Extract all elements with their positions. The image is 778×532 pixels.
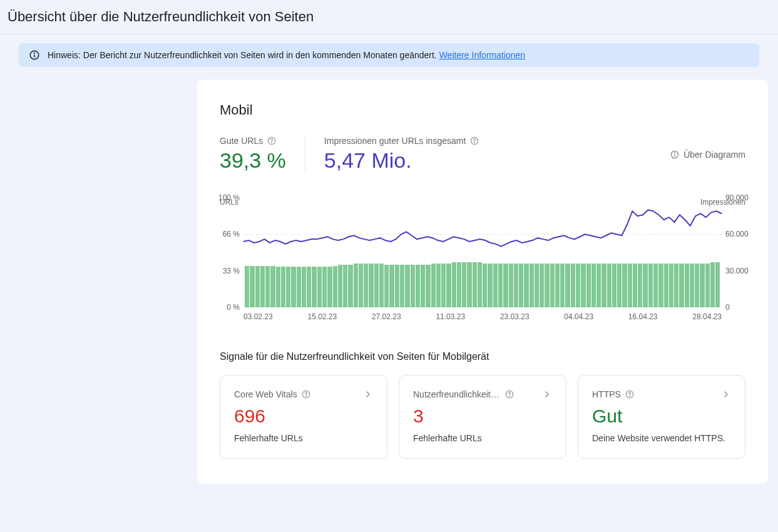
kpi-impressions-label: Impressionen guter URLs insgesamt: [324, 136, 479, 146]
y-left-tick: 66 %: [223, 230, 240, 238]
signal-cards-row: Core Web Vitals696Fehlerhafte URLsNutzer…: [220, 375, 745, 459]
page-header: Übersicht über die Nutzerfreundlichkeit …: [0, 0, 778, 34]
notice-text-prefix: Hinweis: Der Bericht zur Nutzerfreundlic…: [48, 50, 439, 60]
signal-card[interactable]: HTTPSGutDeine Website verwendet HTTPS.: [578, 375, 745, 459]
chart-line: [243, 198, 722, 307]
signal-card-value: 3: [413, 406, 552, 427]
about-chart-link[interactable]: Über Diagramm: [670, 150, 745, 160]
svg-point-4: [272, 142, 272, 143]
signal-card-subtitle: Fehlerhafte URLs: [234, 433, 373, 443]
help-icon[interactable]: [469, 136, 479, 146]
kpi-good-urls: Gute URLs 39,3 %: [220, 136, 305, 173]
y-right-tick: 0: [725, 303, 730, 312]
page-title: Übersicht über die Nutzerfreundlichkeit …: [8, 9, 778, 25]
help-icon[interactable]: [625, 389, 635, 399]
signal-card-title: HTTPS: [592, 389, 621, 399]
signal-card-subtitle: Deine Website verwendet HTTPS.: [592, 433, 731, 443]
x-tick: 27.02.23: [372, 312, 401, 321]
mobile-overview-card: Mobil Gute URLs 39,3 % Impressionen gute…: [197, 79, 768, 484]
help-icon[interactable]: [267, 136, 277, 146]
y-left-tick: 100 %: [218, 193, 240, 202]
info-icon: [29, 49, 40, 61]
kpi-impressions: Impressionen guter URLs insgesamt 5,47 M…: [305, 136, 498, 173]
y-left-tick: 0 %: [227, 303, 240, 312]
x-axis-labels: 03.02.2315.02.2327.02.2311.03.2323.03.23…: [243, 312, 722, 321]
signal-card-header: Nutzerfreundlichkeit a...: [413, 389, 552, 399]
help-icon[interactable]: [504, 389, 514, 399]
kpi-good-urls-value: 39,3 %: [220, 148, 286, 173]
signal-card-header: Core Web Vitals: [234, 389, 373, 399]
chevron-right-icon: [363, 389, 373, 399]
x-tick: 28.04.23: [692, 312, 722, 321]
help-icon[interactable]: [301, 389, 311, 399]
kpi-impressions-label-text: Impressionen guter URLs insgesamt: [324, 136, 466, 146]
y-right-tick: 90.000: [725, 193, 749, 202]
kpi-good-urls-label-text: Gute URLs: [220, 136, 263, 146]
chevron-right-icon: [542, 389, 552, 399]
signal-card-subtitle: Fehlerhafte URLs: [413, 433, 552, 443]
x-tick: 04.04.23: [564, 312, 593, 321]
x-tick: 11.03.23: [436, 312, 465, 321]
kpi-impressions-value: 5,47 Mio.: [324, 148, 479, 173]
signals-section-title: Signale für die Nutzerfreundlichkeit von…: [220, 351, 745, 362]
kpi-good-urls-label: Gute URLs: [220, 136, 286, 146]
notice-text: Hinweis: Der Bericht zur Nutzerfreundlic…: [48, 50, 525, 60]
svg-point-15: [629, 396, 630, 396]
svg-point-9: [674, 152, 675, 153]
card-title: Mobil: [220, 102, 745, 118]
x-tick: 23.03.23: [500, 312, 530, 321]
chart-area: URLs Impressionen 100 %66 %33 %0 %90.000…: [220, 198, 745, 321]
signal-card-header: HTTPS: [592, 389, 731, 399]
chart: 100 %66 %33 %0 %90.00060.00030.0000: [243, 198, 722, 307]
signal-card-value: 696: [234, 406, 373, 427]
x-tick: 15.02.23: [307, 312, 337, 321]
notice-link[interactable]: Weitere Informationen: [439, 50, 525, 60]
svg-point-2: [34, 53, 35, 54]
chevron-right-icon: [721, 389, 731, 399]
signal-card-value: Gut: [592, 406, 731, 427]
info-icon: [670, 150, 680, 160]
notice-bar: Hinweis: Der Bericht zur Nutzerfreundlic…: [19, 43, 759, 67]
y-right-tick: 60.000: [725, 230, 749, 238]
svg-point-13: [509, 396, 509, 396]
signal-card[interactable]: Nutzerfreundlichkeit a...3Fehlerhafte UR…: [399, 375, 566, 459]
signal-card-title: Nutzerfreundlichkeit a...: [413, 389, 501, 399]
kpi-row: Gute URLs 39,3 % Impressionen guter URLs…: [220, 136, 745, 173]
about-chart-text: Über Diagramm: [683, 150, 745, 160]
x-tick: 16.04.23: [628, 312, 658, 321]
y-right-tick: 30.000: [725, 267, 749, 275]
svg-point-6: [474, 142, 475, 143]
y-left-tick: 33 %: [223, 267, 240, 275]
signal-card-title: Core Web Vitals: [234, 389, 297, 399]
x-tick: 03.02.23: [243, 312, 273, 321]
svg-point-11: [305, 396, 306, 396]
signal-card[interactable]: Core Web Vitals696Fehlerhafte URLs: [220, 375, 387, 459]
